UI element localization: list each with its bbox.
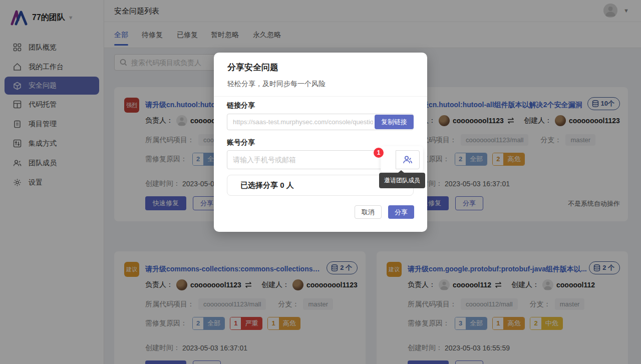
share-confirm-button[interactable]: 分享 xyxy=(388,205,414,219)
people-icon xyxy=(403,155,413,164)
modal-title: 分享安全问题 xyxy=(227,62,278,73)
cancel-button[interactable]: 取消 xyxy=(355,205,382,219)
copy-link-button[interactable]: 复制链接 xyxy=(375,115,414,129)
modal-subtitle: 轻松分享，及时同步每一个风险 xyxy=(227,80,326,89)
link-share-label: 链接分享 xyxy=(227,101,255,110)
account-share-input[interactable] xyxy=(227,150,397,169)
share-modal: 分享安全问题 轻松分享，及时同步每一个风险 链接分享 复制链接 账号分享 1 邀… xyxy=(214,53,427,232)
account-share-label: 账号分享 xyxy=(227,138,255,147)
invite-tooltip: 邀请团队成员 xyxy=(379,173,425,188)
link-share-group: 复制链接 xyxy=(227,114,414,130)
modal-footer: 取消 分享 xyxy=(355,205,414,219)
invite-members-button[interactable] xyxy=(396,150,420,169)
notification-badge: 1 xyxy=(374,148,384,158)
invite-spotlight xyxy=(382,147,422,171)
divider xyxy=(214,96,427,97)
app-screen: 77的团队 ▼ 团队概览 我的工作台 安全问题 代码托管 项目管理 xyxy=(0,0,641,364)
